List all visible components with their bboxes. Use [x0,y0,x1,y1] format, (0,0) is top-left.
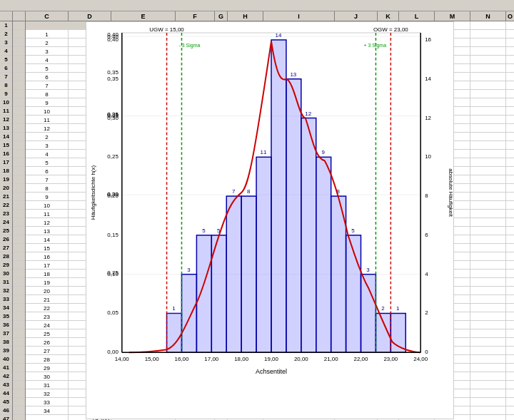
svg-text:12: 12 [425,115,431,121]
svg-text:0,15: 0,15 [107,232,119,238]
svg-text:24,00: 24,00 [413,356,428,362]
svg-text:14,00: 14,00 [115,356,129,362]
svg-text:0,35: 0,35 [107,69,119,76]
col-header-e[interactable]: E [111,11,176,21]
svg-text:- 3 Sigma: - 3 Sigma [178,43,200,48]
svg-rect-17 [181,275,196,353]
svg-text:21,00: 21,00 [324,356,338,362]
col-header-f[interactable]: F [176,11,215,21]
corner-cell [0,11,13,21]
svg-text:9: 9 [321,149,325,155]
svg-rect-22 [256,157,271,352]
svg-text:20,00: 20,00 [294,356,308,362]
svg-text:12: 12 [305,111,311,117]
col-header-l[interactable]: L [399,11,435,21]
col-header-m[interactable]: M [435,11,470,21]
svg-text:2: 2 [425,309,428,316]
svg-text:22,00: 22,00 [354,356,368,362]
svg-text:5: 5 [217,227,221,234]
svg-text:4: 4 [425,271,428,277]
col-header-n[interactable]: N [470,11,506,21]
svg-text:Achsentitel: Achsentitel [256,368,287,375]
svg-text:0,10: 0,10 [107,271,119,277]
svg-text:18,00: 18,00 [234,356,248,362]
svg-text:15,00: 15,00 [145,356,159,362]
svg-text:1: 1 [172,305,176,312]
svg-text:17,00: 17,00 [204,356,218,362]
svg-text:5: 5 [202,227,206,234]
col-header-g[interactable]: G [215,11,228,21]
svg-rect-24 [286,79,301,353]
svg-text:13: 13 [290,71,296,78]
svg-text:14: 14 [276,32,282,39]
svg-text:0,40: 0,40 [107,36,119,43]
svg-text:absolute Häufigkeit: absolute Häufigkeit [448,168,453,217]
svg-rect-23 [271,40,286,352]
col-header-j[interactable]: J [335,11,378,21]
col-header-h[interactable]: H [228,11,263,21]
col-header-o[interactable]: O [506,11,514,21]
spreadsheet-app: C D E F G H I J K L M N O 12345678910111… [0,0,514,420]
histogram-svg: 0,40 0,35 0,35 0,30 [86,25,453,403]
svg-text:Häufigkeitsdichte h(x): Häufigkeitsdichte h(x) [90,165,96,220]
svg-rect-26 [316,157,331,352]
svg-text:8: 8 [336,188,340,195]
svg-text:OGW = 23,00: OGW = 23,00 [373,26,408,33]
svg-text:0,25: 0,25 [107,153,119,160]
col-a-numbers [13,21,26,420]
col-header-c[interactable]: C [26,11,69,21]
svg-rect-21 [241,196,256,352]
svg-text:11: 11 [261,149,267,155]
svg-rect-16 [167,313,182,352]
col-header-k[interactable]: K [378,11,399,21]
svg-text:5: 5 [351,227,355,234]
menu-bar [0,0,514,11]
svg-text:23,00: 23,00 [383,356,398,362]
col-header-d[interactable]: D [69,11,111,21]
svg-text:0,20: 0,20 [107,193,119,199]
svg-rect-18 [196,235,211,352]
svg-text:14: 14 [425,76,431,82]
svg-text:19,00: 19,00 [264,356,278,362]
svg-text:1: 1 [396,305,400,312]
svg-text:3: 3 [187,267,191,273]
svg-text:0,35: 0,35 [107,76,119,82]
svg-text:0,05: 0,05 [107,309,119,316]
corner-cell2 [13,11,26,21]
svg-text:7: 7 [232,188,236,195]
svg-rect-20 [226,196,241,352]
histogram-panel: 0,40 0,35 0,35 0,30 [86,21,454,419]
svg-rect-25 [301,118,316,353]
svg-text:+ 3 Sigma: + 3 Sigma [363,43,386,48]
svg-text:0: 0 [425,349,428,355]
svg-text:10: 10 [425,153,431,160]
svg-text:2: 2 [381,305,385,312]
sheet-grid[interactable]: Merkmal:LängeZellen sind veränderbar120,… [26,21,514,420]
svg-text:6: 6 [425,232,428,238]
svg-text:0,00: 0,00 [107,349,119,355]
svg-text:3: 3 [366,267,370,273]
svg-rect-29 [361,275,376,353]
svg-text:UGW = 15,00: UGW = 15,00 [149,26,184,33]
svg-text:8: 8 [425,193,428,199]
svg-text:16: 16 [425,36,431,43]
svg-text:0,30: 0,30 [107,115,119,121]
row-numbers: 1234567891011121314151617181920212223242… [0,21,13,420]
col-header-i[interactable]: I [263,11,335,21]
svg-text:16,00: 16,00 [175,356,189,362]
svg-text:8: 8 [247,188,251,195]
